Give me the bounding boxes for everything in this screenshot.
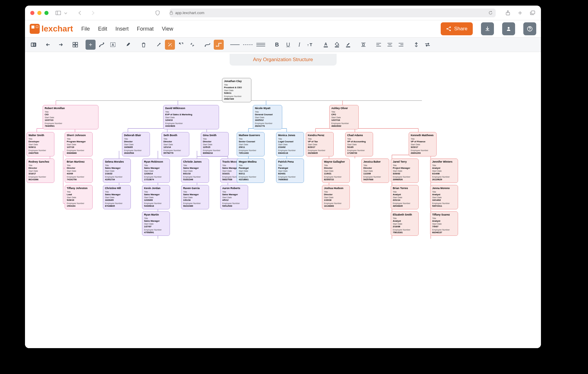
- org-node[interactable]: Elizabeth SmithTitleAnalystStart Date2/1…: [391, 211, 419, 236]
- node-title: CIO: [45, 113, 96, 116]
- org-node[interactable]: Kenneth MatthewsTitleVP of FinanceStart …: [409, 132, 437, 156]
- window-close-icon[interactable]: [30, 11, 34, 15]
- pencil-button[interactable]: [123, 40, 133, 50]
- org-node[interactable]: Wayne GallagherTitleDirectorStart Date11…: [322, 158, 350, 183]
- collapse-button[interactable]: [187, 40, 197, 50]
- window-minimize-icon[interactable]: [37, 11, 41, 15]
- org-node[interactable]: Robert McmillanTitleCIOStart Date12/27/1…: [43, 105, 98, 129]
- menu-insert[interactable]: Insert: [115, 26, 128, 32]
- org-node[interactable]: Raven GarciaTitleSales ManagerStart Date…: [181, 185, 209, 209]
- org-node[interactable]: Ryan RobinsonTitleSales ManagerStart Dat…: [142, 158, 170, 183]
- connector-button[interactable]: [97, 40, 107, 50]
- share-icon[interactable]: [505, 10, 511, 16]
- org-node[interactable]: Gina SmithTitleDirectorStart Date12/5/15…: [201, 132, 229, 156]
- distribute-button[interactable]: [358, 40, 368, 50]
- chart-canvas[interactable]: Any Organization Structure: [25, 52, 541, 348]
- bold-button[interactable]: B: [272, 40, 282, 50]
- line-curve-button[interactable]: [203, 40, 213, 50]
- node-title-label: Title: [67, 138, 91, 140]
- node-title: VP of Accounting: [347, 140, 371, 143]
- expand-button[interactable]: [176, 40, 186, 50]
- line-solid-button[interactable]: [229, 40, 241, 50]
- underline-button[interactable]: U: [283, 40, 293, 50]
- org-node[interactable]: Brian TorresTitleAnalystStart Date2/21/1…: [391, 185, 419, 209]
- org-node[interactable]: Selena MoralesTitleSales ManagerStart Da…: [103, 158, 131, 183]
- node-emp: 60246137: [432, 231, 456, 234]
- border-color-button[interactable]: [343, 40, 353, 50]
- app-logo[interactable]: lexchart: [30, 24, 73, 34]
- align-center-button[interactable]: [385, 40, 395, 50]
- delete-button[interactable]: [138, 40, 148, 50]
- svg-text:T: T: [310, 42, 312, 47]
- org-node[interactable]: Christine HillTitleSales ManagerStart Da…: [103, 185, 131, 209]
- url-bar[interactable]: app.lexchart.com: [170, 9, 496, 17]
- align-left-button[interactable]: [374, 40, 384, 50]
- line-elbow-button[interactable]: [214, 40, 224, 50]
- org-node[interactable]: Deborah BlairTitleDirectorStart Date10/3…: [122, 132, 150, 156]
- window-zoom-icon[interactable]: [44, 11, 49, 15]
- grid-button[interactable]: [70, 40, 80, 50]
- nav-forward-button[interactable]: [89, 10, 96, 16]
- undo-button[interactable]: [44, 40, 54, 50]
- line-weight-button[interactable]: [255, 40, 267, 50]
- org-node[interactable]: Sherri JohnsonTitleProgram ManagerStart …: [65, 132, 93, 156]
- auto-layout-button[interactable]: [165, 40, 175, 50]
- account-button[interactable]: [502, 22, 515, 35]
- org-node[interactable]: Brian MartinezTitleDirectorStart Date4/2…: [65, 158, 93, 183]
- tabs-overview-icon[interactable]: [529, 10, 536, 16]
- org-node[interactable]: Kevin JordanTitleSales ManagerStart Date…: [142, 185, 170, 209]
- org-node[interactable]: Mathew GuerreroTitleSenior CounselStart …: [237, 132, 265, 156]
- nav-back-button[interactable]: [77, 10, 84, 16]
- panel-toggle-button[interactable]: [29, 40, 39, 50]
- node-start-label: Start Date: [163, 143, 187, 146]
- org-node[interactable]: Jenna MorenoTitleAnalystStart Date10/14/…: [430, 185, 458, 209]
- node-emp: 53572411: [432, 205, 456, 207]
- org-node[interactable]: Joshua HudsonTitleDirectorStart Date1/19…: [322, 185, 350, 209]
- shield-icon[interactable]: [154, 10, 161, 16]
- chevron-down-icon[interactable]: [64, 10, 67, 16]
- org-node[interactable]: Christie JamesTitleSales ManagerStart Da…: [181, 158, 209, 183]
- align-right-button[interactable]: [396, 40, 406, 50]
- menu-file[interactable]: File: [81, 26, 90, 32]
- org-node[interactable]: Nicole WyattTitleGeneral CounselStart Da…: [253, 105, 282, 129]
- fill-color-button[interactable]: [332, 40, 342, 50]
- org-node[interactable]: Monica JonesTitleLegal CounselStart Date…: [276, 132, 304, 156]
- org-node[interactable]: Megan MedinaTitleParalegalStart Date9/2/…: [237, 158, 265, 183]
- sidebar-toggle-icon[interactable]: [55, 10, 61, 16]
- text-size-button[interactable]: TT: [305, 40, 315, 50]
- org-node[interactable]: Kendra PerezTitleVP of TaxStart Date8/23…: [306, 132, 334, 156]
- redo-button[interactable]: [55, 40, 65, 50]
- bring-front-button[interactable]: [411, 40, 421, 50]
- org-node[interactable]: Ashley OliverTitleCFOStart Date12/27/10E…: [329, 105, 359, 129]
- org-node[interactable]: Tiffany JohnstonTitleLeadStart Date5/28/…: [65, 185, 93, 209]
- menu-format[interactable]: Format: [137, 26, 153, 32]
- org-node[interactable]: Tiffany SuarezTitleAnalystStart Date7/5/…: [430, 211, 458, 236]
- download-button[interactable]: [481, 22, 494, 35]
- add-node-button[interactable]: [86, 40, 96, 50]
- org-node[interactable]: Aaron RobertsTitleSales ManagerStart Dat…: [220, 185, 248, 209]
- share-button[interactable]: Share: [441, 22, 473, 35]
- org-node[interactable]: Jared TerryTitleProject ManagerStart Dat…: [391, 158, 419, 183]
- org-node[interactable]: Jonathan ClayTitlePresident & CEOStart D…: [222, 78, 251, 102]
- node-emp: 74191750: [67, 178, 91, 181]
- line-dashed-button[interactable]: [242, 40, 254, 50]
- org-node[interactable]: Patrick PenaTitleParalegalStart Date8/24…: [276, 158, 304, 183]
- org-node[interactable]: Chad AdamsTitleVP of AccountingStart Dat…: [345, 132, 373, 156]
- help-button[interactable]: [523, 22, 536, 35]
- menu-edit[interactable]: Edit: [98, 26, 107, 32]
- org-node[interactable]: Jennifer WintersTitleAnalystStart Date6/…: [430, 158, 458, 183]
- org-node[interactable]: Jessica BakerTitleDirectorStart Date11/2…: [361, 158, 389, 183]
- swap-button[interactable]: [422, 40, 432, 50]
- org-node[interactable]: Walter SmithTitleDeveloperStart Date9/28…: [26, 132, 54, 156]
- text-color-button[interactable]: A: [321, 40, 331, 50]
- italic-button[interactable]: I: [294, 40, 304, 50]
- textbox-button[interactable]: A: [108, 40, 118, 50]
- org-node[interactable]: David WilkinsonTitleEVP of Sales & Marke…: [163, 105, 219, 129]
- reload-icon[interactable]: [488, 11, 493, 15]
- org-node[interactable]: Ryan MartinTitleSales ManagerStart Date1…: [142, 211, 170, 236]
- magic-wand-button[interactable]: [154, 40, 164, 50]
- menu-view[interactable]: View: [162, 26, 173, 32]
- new-tab-icon[interactable]: [517, 10, 523, 16]
- org-node[interactable]: Seth BoothTitleDirectorStart Date12/1/14…: [161, 132, 189, 156]
- org-node[interactable]: Rodney SanchezTitleDirectorStart Date3/1…: [26, 158, 54, 183]
